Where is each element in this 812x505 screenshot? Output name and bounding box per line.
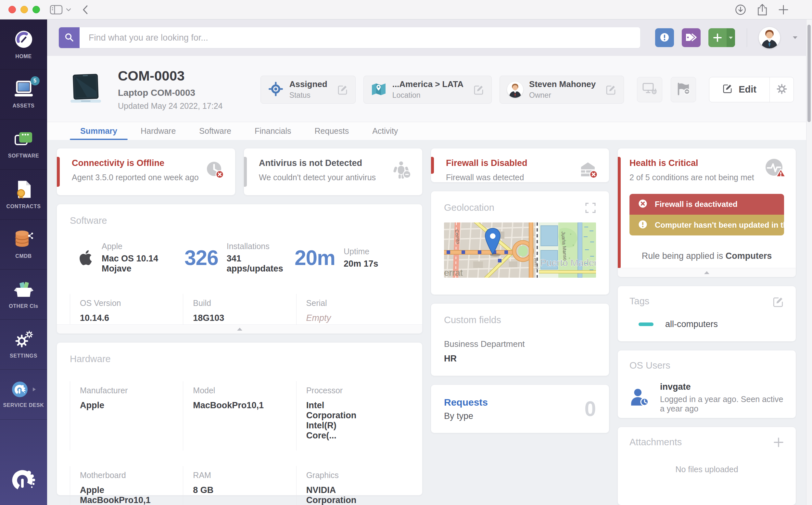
uptime-detail: 20m 17s: [344, 259, 378, 269]
alerts-button[interactable]: [655, 28, 674, 47]
attachments-card: Attachments No files uploaded: [618, 427, 796, 505]
tags-card-title: Tags: [630, 296, 649, 307]
zoom-window-button[interactable]: [32, 6, 40, 13]
edit-owner-icon[interactable]: [606, 84, 617, 95]
sidebar-item-settings[interactable]: SETTINGS: [0, 320, 47, 370]
sidebar-item-cmdb[interactable]: CMDB: [0, 219, 47, 270]
new-tab-plus-icon[interactable]: [778, 5, 789, 15]
sidebar-toggle-icon[interactable]: [50, 5, 63, 15]
sidebar: HOME 5 ASSETS SOFTWARE CONTRACTS: [0, 19, 47, 505]
user-clock-icon: [630, 388, 652, 408]
business-department-value: HR: [444, 354, 596, 364]
window-titlebar: [0, 0, 812, 19]
search-button[interactable]: [59, 27, 79, 48]
location-value: ...America > LATA: [392, 79, 464, 89]
remote-connection-button[interactable]: [637, 77, 662, 102]
location-chip: ...America > LATA Location: [363, 76, 492, 104]
owner-avatar: [507, 81, 523, 98]
share-icon[interactable]: [757, 3, 768, 16]
ram-field: RAM 8 GB: [183, 466, 220, 505]
user-menu-caret-icon[interactable]: [793, 36, 798, 39]
map[interactable]: Cerrito errat Puerto Madero Juana Manso …: [444, 222, 596, 278]
health-title: Health is Critical: [630, 158, 784, 168]
antivirus-icon: [392, 160, 413, 182]
status-value: Assigned: [289, 79, 327, 89]
asset-name: Laptop COM-0003: [118, 88, 222, 98]
asset-header: COM-0003 Laptop COM-0003 Updated May 24 …: [47, 56, 812, 122]
edit-tags-icon[interactable]: [772, 296, 784, 308]
business-department-label: Business Department: [444, 339, 596, 349]
tag-item[interactable]: all-computers: [630, 319, 784, 329]
firewall-alert-subtitle: Firewall was detected: [446, 173, 598, 182]
status-chip: Assigned Status: [261, 76, 356, 104]
tab-hardware[interactable]: Hardware: [129, 122, 187, 140]
model-field: Model MacBookPro10,1: [183, 381, 220, 451]
firewall-icon: [579, 160, 600, 182]
add-button[interactable]: [708, 28, 735, 47]
os-vendor-label: Apple: [102, 241, 184, 251]
sidebar-item-other-cis[interactable]: OTHER CIs: [0, 270, 47, 320]
sidebar-item-software[interactable]: SOFTWARE: [0, 120, 47, 170]
requests-link[interactable]: Requests: [444, 397, 488, 408]
tags-button[interactable]: [682, 28, 700, 47]
processor-field: Processor Intel Corporation Intel(R) Cor…: [296, 381, 334, 451]
health-rule-text: Rule being applied is Computers: [630, 251, 784, 261]
location-label: Location: [392, 91, 464, 100]
tab-activity[interactable]: Activity: [360, 122, 410, 140]
asset-id-title: COM-0003: [118, 68, 222, 84]
os-users-card: OS Users invgate Logged in a year ago. S…: [618, 350, 796, 418]
sidebar-item-label: ASSETS: [13, 103, 35, 109]
collapse-arrow-icon: [704, 271, 709, 274]
sidebar-item-assets[interactable]: 5 ASSETS: [0, 69, 47, 120]
tags-card: Tags all-computers: [618, 286, 796, 341]
health-collapse-button[interactable]: [618, 268, 796, 277]
collapse-arrow-icon: [237, 328, 242, 331]
firewall-alert-title: Firewall is Disabled: [446, 158, 598, 168]
search-input[interactable]: [79, 27, 640, 48]
window-controls: [8, 6, 40, 13]
sidebar-item-label: CONTRACTS: [6, 204, 41, 209]
sidebar-item-contracts[interactable]: CONTRACTS: [0, 170, 47, 219]
flag-asset-button[interactable]: [671, 77, 696, 102]
exclamation-circle-icon: [638, 219, 648, 230]
asset-settings-button[interactable]: [770, 77, 794, 102]
health-rule-name: Computers: [725, 251, 772, 261]
scrollbar-thumb[interactable]: [807, 25, 811, 122]
sidebar-item-label: SOFTWARE: [8, 153, 39, 159]
close-window-button[interactable]: [8, 6, 16, 13]
sidebar-item-service-desk[interactable]: SERVICE DESK: [0, 370, 47, 419]
monitor-plug-icon: [642, 82, 657, 97]
add-dropdown-caret-icon[interactable]: [726, 28, 735, 47]
scrollbar-track[interactable]: [806, 19, 812, 505]
health-banners: Firewall is deactivated Computer hasn't …: [630, 194, 784, 235]
edit-button[interactable]: Edit: [709, 77, 770, 102]
download-icon[interactable]: [735, 4, 747, 16]
edit-status-icon[interactable]: [337, 84, 348, 95]
add-attachment-icon[interactable]: [773, 437, 784, 448]
edit-location-icon[interactable]: [473, 84, 484, 95]
sidebar-item-home[interactable]: HOME: [0, 19, 47, 69]
assets-count-badge: 5: [30, 76, 40, 86]
edit-button-label: Edit: [739, 84, 757, 95]
health-subtitle: 2 of 5 conditions are not being met: [630, 173, 784, 182]
open-box-icon: [14, 280, 34, 299]
antivirus-alert-card: Antivirus is not Detected We couldn't de…: [244, 148, 422, 195]
os-user-detail: Logged in a year ago. Seen active a year…: [660, 394, 784, 413]
app-window: HOME 5 ASSETS SOFTWARE CONTRACTS: [0, 0, 812, 505]
antivirus-alert-title: Antivirus is not Detected: [259, 158, 411, 168]
requests-card: Requests By type 0: [431, 385, 609, 433]
tab-summary[interactable]: Summary: [68, 122, 129, 140]
user-avatar[interactable]: [759, 27, 780, 48]
global-search: [59, 27, 640, 48]
tab-financials[interactable]: Financials: [243, 122, 303, 140]
minimize-window-button[interactable]: [20, 6, 28, 13]
laptop-icon: 5: [13, 80, 34, 99]
chevron-down-icon[interactable]: [66, 8, 71, 11]
back-button[interactable]: [82, 5, 88, 15]
tab-software[interactable]: Software: [187, 122, 243, 140]
firewall-alert-card: Firewall is Disabled Firewall was detect…: [431, 148, 609, 182]
expand-map-icon[interactable]: [585, 202, 596, 213]
asset-thumbnail: [68, 73, 104, 107]
software-collapse-button[interactable]: [57, 324, 422, 334]
tab-requests[interactable]: Requests: [303, 122, 361, 140]
